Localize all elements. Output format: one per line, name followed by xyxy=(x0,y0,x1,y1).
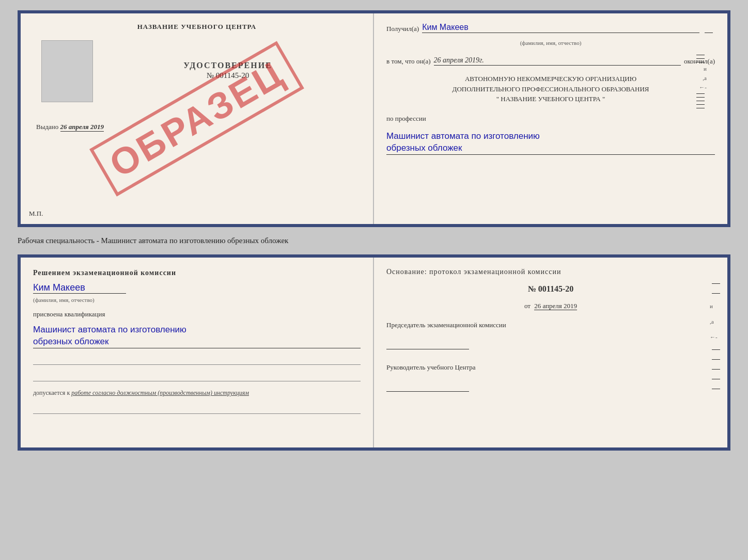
admission-italic: работе согласно должностным (производств… xyxy=(71,389,249,396)
right-dash-3 xyxy=(696,62,705,62)
qualification-line2: обрезных обложек xyxy=(33,335,361,348)
chairman-section: Председатель экзаменационной комиссии xyxy=(386,321,715,349)
right-letter-a: ,а xyxy=(703,75,707,81)
right-dash-2 xyxy=(696,58,705,59)
manager-section: Руководитель учебного Центра xyxy=(386,363,715,392)
osnov-title: Основание: протокол экзаменационной коми… xyxy=(386,268,715,276)
protocol-number: № 001145-20 xyxy=(386,284,715,294)
right-dash-8 xyxy=(696,108,705,108)
right-edge-lines: и ,а ←- xyxy=(710,283,722,389)
separator-text: Рабочая специальность - Машинист автомат… xyxy=(18,234,288,247)
bottom-name-sub: (фамилия, имя, отчество) xyxy=(33,297,361,303)
org-name-block: АВТОНОМНУЮ НЕКОММЕРЧЕСКУЮ ОРГАНИЗАЦИЮ ДО… xyxy=(386,74,715,104)
cert-bottom-left: Решением экзаменационной комиссии Ким Ма… xyxy=(21,258,374,447)
cert-bottom-right: Основание: протокол экзаменационной коми… xyxy=(374,258,727,447)
right-dash-1 xyxy=(696,55,705,55)
edge-dash-4 xyxy=(712,359,720,360)
org-line2: ДОПОЛНИТЕЛЬНОГО ПРОФЕССИОНАЛЬНОГО ОБРАЗО… xyxy=(386,84,715,94)
chairman-label: Председатель экзаменационной комиссии xyxy=(386,321,715,330)
edge-letter-a: ,а xyxy=(710,318,722,325)
edge-dash-3 xyxy=(712,349,720,350)
inthat-row: в том, что он(а) 26 апреля 2019г. окончи… xyxy=(386,56,715,66)
cert-number: № 001145-20 xyxy=(207,71,250,80)
right-dash-4 xyxy=(696,93,705,94)
right-letter-u: и xyxy=(704,66,707,72)
edge-letter-b: ←- xyxy=(710,334,722,340)
edge-dash-5 xyxy=(712,369,720,370)
date-value: 26 апреля 2019 xyxy=(534,302,577,310)
inthat-date: 26 апреля 2019г. xyxy=(434,56,681,66)
protocol-date: от 26 апреля 2019 xyxy=(386,302,715,310)
edge-dash-2 xyxy=(712,293,720,294)
edge-dash-1 xyxy=(712,283,720,284)
qualification-value: Машинист автомата по изготовлению обрезн… xyxy=(33,324,361,349)
qualification-line1: Машинист автомата по изготовлению xyxy=(33,324,361,336)
cert-school-title: НАЗВАНИЕ УЧЕБНОГО ЦЕНТРА xyxy=(137,23,257,31)
cert-photo xyxy=(41,40,93,102)
received-label: Получил(а) xyxy=(386,25,419,33)
top-certificate: НАЗВАНИЕ УЧЕБНОГО ЦЕНТРА УДОСТОВЕРЕНИЕ №… xyxy=(18,10,730,227)
org-name: " НАЗВАНИЕ УЧЕБНОГО ЦЕНТРА " xyxy=(386,94,715,104)
org-line1: АВТОНОМНУЮ НЕКОММЕРЧЕСКУЮ ОРГАНИЗАЦИЮ xyxy=(386,74,715,84)
right-dash-5 xyxy=(696,97,705,98)
blank-line-3 xyxy=(33,405,361,414)
cert-right-panel: Получил(а) Ким Макеев (фамилия, имя, отч… xyxy=(374,13,727,224)
recipient-name: Ким Макеев xyxy=(422,23,699,33)
cert-left-panel: НАЗВАНИЕ УЧЕБНОГО ЦЕНТРА УДОСТОВЕРЕНИЕ №… xyxy=(21,13,374,224)
issued-label: Выдано xyxy=(36,123,58,131)
qualification-label: присвоена квалификация xyxy=(33,310,361,318)
edge-dash-7 xyxy=(712,389,720,389)
blank-line-1 xyxy=(33,356,361,365)
issued-date: 26 апреля 2019 xyxy=(60,123,104,132)
profession-line1: Машинист автомата по изготовлению xyxy=(386,130,715,142)
inthat-label: в том, что он(а) xyxy=(386,57,431,66)
document-container: НАЗВАНИЕ УЧЕБНОГО ЦЕНТРА УДОСТОВЕРЕНИЕ №… xyxy=(18,10,730,451)
dash xyxy=(705,33,713,33)
mp-label: М.П. xyxy=(29,210,43,218)
blank-lines xyxy=(33,356,361,381)
chairman-signature-line xyxy=(386,340,469,349)
edge-dash-6 xyxy=(712,379,720,379)
bottom-name-value: Ким Макеев xyxy=(33,282,126,294)
admission-label: допускается к xyxy=(33,389,70,396)
blank-line-2 xyxy=(33,372,361,381)
profession-label: по профессии xyxy=(386,115,715,123)
bottom-certificate: Решением экзаменационной комиссии Ким Ма… xyxy=(18,254,730,451)
cert-udostoverenie-label: УДОСТОВЕРЕНИЕ xyxy=(183,61,272,70)
profession-value: Машинист автомата по изготовлению обрезн… xyxy=(386,130,715,155)
date-prefix: от xyxy=(524,302,531,310)
right-dash-7 xyxy=(696,104,705,105)
right-dash-6 xyxy=(696,101,705,101)
edge-letter-u: и xyxy=(710,303,722,309)
manager-signature-line xyxy=(386,382,469,392)
name-sub: (фамилия, имя, отчество) xyxy=(386,40,715,46)
manager-label: Руководитель учебного Центра xyxy=(386,363,715,372)
profession-line2: обрезных обложек xyxy=(386,142,715,154)
received-row: Получил(а) Ким Макеев xyxy=(386,23,715,33)
decision-title: Решением экзаменационной комиссии xyxy=(33,268,361,278)
admission-text: допускается к работе согласно должностны… xyxy=(33,389,361,397)
right-letter-b: ←- xyxy=(699,84,707,90)
cert-issued-row: Выдано 26 апреля 2019 xyxy=(36,123,104,131)
